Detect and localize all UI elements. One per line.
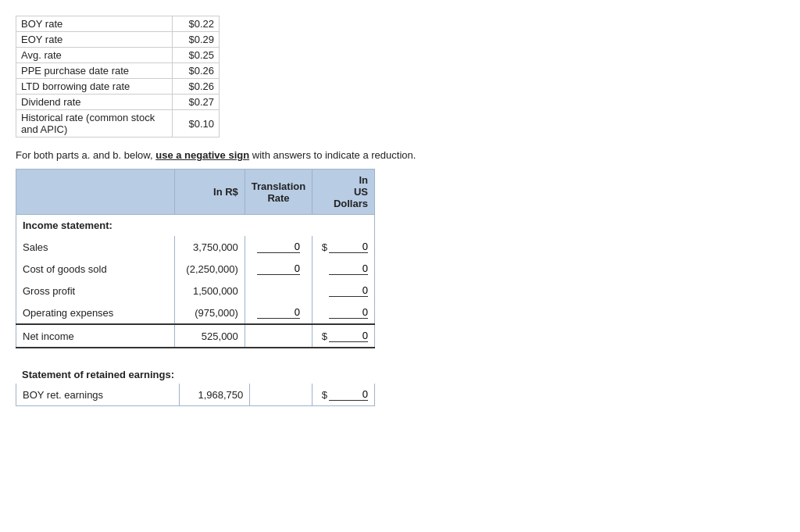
rate-value: $0.27 [173, 95, 220, 110]
row-rate [245, 280, 312, 302]
rate-label: Avg. rate [16, 48, 173, 63]
re-usd-input[interactable] [329, 388, 368, 401]
row-label: Net income [16, 324, 175, 348]
dollar-sign: $ [322, 241, 327, 253]
row-usd[interactable] [312, 302, 375, 324]
retained-earnings-table: BOY ret. earnings1,968,750$ [16, 384, 375, 406]
re-dollar-sign: $ [322, 389, 327, 401]
retained-earnings-section-label: Statement of retained earnings: [16, 364, 784, 384]
usd-input[interactable] [329, 241, 368, 253]
row-rate[interactable] [245, 302, 312, 324]
rate-label: LTD borrowing date rate [16, 79, 173, 95]
re-row-inrs: 1,968,750 [180, 384, 250, 406]
row-inrs: 1,500,000 [175, 280, 245, 302]
income-statement-section-label: Income statement: [16, 215, 375, 237]
rate-input[interactable] [257, 262, 300, 275]
row-label: Operating expenses [16, 302, 175, 324]
instruction-prefix: For both parts a. and b. below, [16, 149, 155, 161]
rate-label: Historical rate (common stock and APIC) [16, 110, 173, 137]
rate-label: EOY rate [16, 32, 173, 48]
re-row-rate [250, 384, 312, 406]
income-statement-table: In R$ TranslationRate InUS Dollars Incom… [16, 169, 375, 348]
col-header-rate: TranslationRate [245, 170, 312, 215]
row-inrs: 525,000 [175, 324, 245, 348]
instruction-text: For both parts a. and b. below, use a ne… [16, 149, 784, 161]
rate-value: $0.26 [173, 63, 220, 79]
usd-input[interactable] [329, 262, 368, 275]
rate-input[interactable] [257, 241, 300, 253]
rate-value: $0.10 [173, 110, 220, 137]
col-header-inrs: In R$ [175, 170, 245, 215]
rate-label: PPE purchase date rate [16, 63, 173, 79]
row-rate[interactable] [245, 258, 312, 280]
rate-label: BOY rate [16, 16, 173, 32]
usd-input[interactable] [329, 284, 368, 297]
rates-table: BOY rate$0.22EOY rate$0.29Avg. rate$0.25… [16, 16, 220, 137]
usd-input[interactable] [329, 330, 368, 342]
usd-input[interactable] [329, 306, 368, 319]
row-inrs: (975,000) [175, 302, 245, 324]
row-label: Sales [16, 236, 175, 258]
rate-value: $0.22 [173, 16, 220, 32]
row-inrs: 3,750,000 [175, 236, 245, 258]
row-usd[interactable]: $ [312, 324, 375, 348]
instruction-emphasis: use a negative sign [155, 149, 249, 161]
col-header-usd: InUS Dollars [312, 170, 375, 215]
row-rate[interactable] [245, 236, 312, 258]
row-usd[interactable] [312, 258, 375, 280]
rate-label: Dividend rate [16, 95, 173, 110]
instruction-suffix: with answers to indicate a reduction. [249, 149, 416, 161]
row-usd[interactable]: $ [312, 236, 375, 258]
rate-value: $0.26 [173, 79, 220, 95]
row-inrs: (2,250,000) [175, 258, 245, 280]
rate-value: $0.29 [173, 32, 220, 48]
rate-value: $0.25 [173, 48, 220, 63]
re-row-usd[interactable]: $ [312, 384, 375, 406]
col-header-label [16, 170, 175, 215]
rate-input[interactable] [257, 306, 300, 319]
row-label: Cost of goods sold [16, 258, 175, 280]
row-usd[interactable] [312, 280, 375, 302]
row-label: Gross profit [16, 280, 175, 302]
row-rate [245, 324, 312, 348]
re-row-label: BOY ret. earnings [16, 384, 180, 406]
dollar-sign: $ [322, 330, 327, 342]
